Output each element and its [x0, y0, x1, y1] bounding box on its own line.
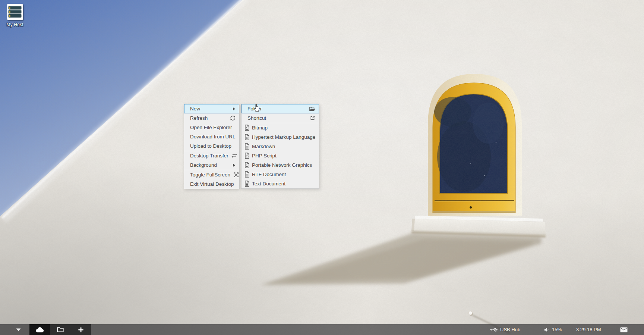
speaker-icon [544, 327, 549, 332]
expand-icon [233, 172, 239, 178]
envelope-icon [620, 327, 628, 332]
taskbar-usb-status[interactable]: USB Hub [490, 324, 520, 335]
menu-item-download-from-url[interactable]: Download from URL [184, 132, 239, 141]
taskbar: USB Hub 15% 3:29:18 PM [0, 324, 644, 335]
refresh-icon [230, 115, 236, 121]
file-code-icon [244, 153, 250, 159]
folder-icon [57, 327, 64, 332]
file-image-icon [244, 125, 250, 131]
caret-right-icon [233, 107, 236, 111]
usb-icon [490, 328, 498, 332]
file-image-icon [244, 162, 250, 168]
menu-item-open-file-explorer[interactable]: Open File Explorer [184, 123, 239, 132]
external-link-icon [310, 115, 315, 121]
desktop-context-menu: New Refresh Open File Explorer Download … [184, 104, 240, 189]
submenu-item-php-script[interactable]: PHP Script [242, 151, 319, 160]
menu-item-toggle-fullscreen[interactable]: Toggle FullScreen [184, 170, 239, 179]
taskbar-mail-button[interactable] [620, 324, 628, 335]
taskbar-file-explorer-button[interactable] [50, 324, 70, 335]
menu-item-new[interactable]: New [184, 104, 239, 113]
taskbar-add-button[interactable] [70, 324, 91, 335]
submenu-item-markdown[interactable]: Markdown [242, 142, 319, 151]
taskbar-chevron-button[interactable] [16, 324, 21, 335]
taskbar-cloud-button[interactable] [29, 324, 50, 335]
new-submenu: Folder Shortcut Bitmap Hypertext Markup … [241, 104, 319, 189]
submenu-item-png[interactable]: Portable Network Graphics [242, 160, 319, 170]
submenu-item-html[interactable]: Hypertext Markup Language [242, 132, 319, 142]
submenu-item-shortcut[interactable]: Shortcut [242, 113, 319, 123]
menu-item-desktop-transfer[interactable]: Desktop Transfer [184, 151, 239, 160]
menu-item-exit-virtual-desktop[interactable]: Exit Virtual Desktop [184, 179, 239, 189]
file-lines-icon [244, 171, 250, 178]
volume-label: 15% [552, 327, 562, 332]
submenu-item-folder[interactable]: Folder [242, 104, 319, 113]
clock-label: 3:29:18 PM [576, 327, 601, 332]
file-code-icon [244, 134, 250, 140]
plus-icon [78, 327, 83, 332]
server-icon [7, 4, 23, 20]
taskbar-clock: 3:29:18 PM [576, 324, 601, 335]
menu-item-background[interactable]: Background [184, 160, 239, 170]
transfer-icon [231, 153, 237, 159]
submenu-item-bitmap[interactable]: Bitmap [242, 123, 319, 132]
caret-right-icon [233, 163, 236, 167]
submenu-item-text-document[interactable]: Text Document [242, 179, 319, 188]
menu-item-refresh[interactable]: Refresh [184, 113, 239, 123]
cloud-icon [35, 326, 44, 333]
desktop-icon-my-host[interactable]: My Host [3, 4, 26, 27]
wallpaper-photo [0, 0, 644, 335]
usb-label: USB Hub [500, 327, 520, 332]
submenu-item-rtf-document[interactable]: RTF Document [242, 170, 319, 179]
desktop-surface[interactable] [0, 0, 644, 335]
desktop-icon-label: My Host [3, 22, 26, 27]
taskbar-volume-status[interactable]: 15% [544, 324, 562, 335]
folder-open-icon [309, 106, 315, 112]
chevron-down-icon [16, 328, 21, 331]
menu-item-upload-to-desktop[interactable]: Upload to Desktop [184, 141, 239, 151]
file-lines-icon [244, 181, 250, 187]
file-lines-icon [244, 143, 250, 150]
